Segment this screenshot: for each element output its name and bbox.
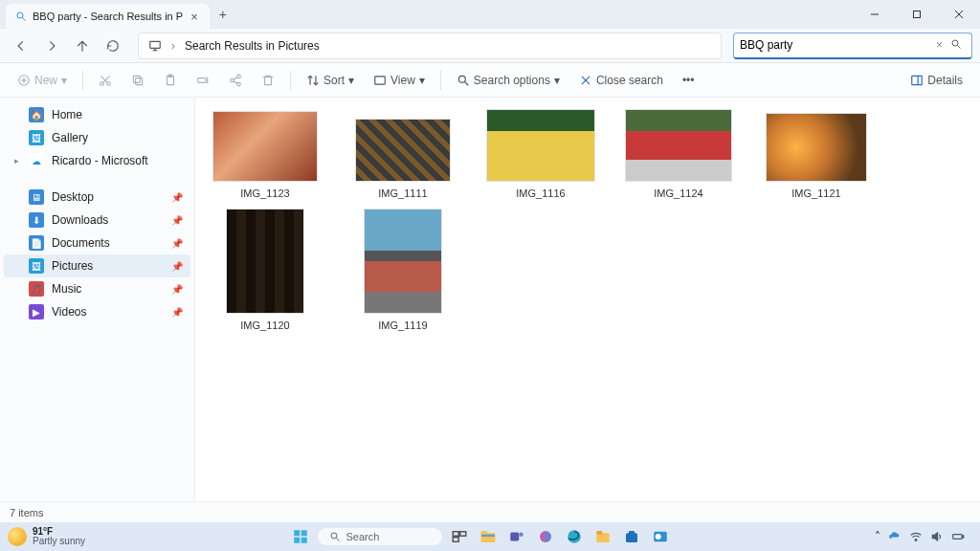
copy-button[interactable] bbox=[123, 70, 152, 91]
sidebar-item-home[interactable]: 🏠 Home bbox=[4, 103, 190, 126]
new-tab-button[interactable]: + bbox=[210, 0, 236, 29]
tab-close-icon[interactable]: × bbox=[189, 10, 200, 24]
svg-rect-40 bbox=[294, 530, 300, 536]
sidebar-item-desktop[interactable]: 🖥 Desktop📌 bbox=[4, 186, 190, 209]
chevron-down-icon: ▾ bbox=[554, 74, 560, 87]
new-button[interactable]: New ▾ bbox=[10, 70, 75, 91]
svg-rect-3 bbox=[914, 11, 921, 18]
svg-rect-38 bbox=[912, 76, 923, 84]
sidebar-item-videos[interactable]: ▶ Videos📌 bbox=[4, 300, 190, 323]
search-box[interactable]: × bbox=[733, 33, 972, 59]
svg-rect-50 bbox=[480, 531, 487, 535]
svg-rect-23 bbox=[198, 77, 206, 82]
view-button[interactable]: View▾ bbox=[366, 70, 433, 91]
thumbnail-caption: IMG_1123 bbox=[240, 187, 289, 199]
trash-icon bbox=[261, 74, 275, 87]
thumbnail-image bbox=[486, 109, 595, 182]
more-button[interactable]: ••• bbox=[675, 70, 702, 91]
maximize-button[interactable] bbox=[896, 0, 938, 29]
svg-rect-51 bbox=[481, 535, 495, 537]
breadcrumb-bar[interactable]: › Search Results in Pictures bbox=[138, 33, 722, 59]
document-icon: 📄 bbox=[29, 235, 44, 251]
result-thumbnail[interactable]: IMG_1119 bbox=[350, 209, 456, 331]
sidebar-item-documents[interactable]: 📄 Documents📌 bbox=[4, 231, 190, 254]
taskbar-app-edge[interactable] bbox=[563, 525, 586, 548]
close-icon bbox=[579, 74, 592, 87]
taskbar-app-teams[interactable] bbox=[505, 525, 528, 548]
thumbnail-caption: IMG_1111 bbox=[378, 187, 427, 199]
svg-point-27 bbox=[237, 82, 241, 86]
status-bar: 7 items bbox=[0, 501, 980, 522]
volume-icon[interactable] bbox=[930, 530, 944, 543]
taskbar-app-store[interactable] bbox=[620, 525, 643, 548]
taskbar-app-outlook[interactable] bbox=[649, 525, 672, 548]
result-thumbnail[interactable]: IMG_1121 bbox=[764, 113, 869, 199]
pin-icon: 📌 bbox=[171, 238, 183, 249]
close-search-button[interactable]: Close search bbox=[571, 70, 671, 91]
result-thumbnail[interactable]: IMG_1120 bbox=[212, 209, 318, 331]
item-count: 7 items bbox=[10, 507, 43, 518]
taskbar: 91°F Partly sunny Search ˄ bbox=[0, 522, 980, 551]
back-button[interactable] bbox=[8, 33, 34, 59]
window-tab[interactable]: BBQ party - Search Results in P × bbox=[6, 4, 210, 29]
sidebar-item-music[interactable]: 🎵 Music📌 bbox=[4, 277, 190, 300]
cut-button[interactable] bbox=[91, 70, 120, 91]
up-button[interactable] bbox=[69, 33, 96, 59]
pin-icon: 📌 bbox=[171, 192, 183, 203]
search-icon[interactable] bbox=[947, 38, 966, 53]
result-thumbnail[interactable]: IMG_1111 bbox=[350, 119, 456, 199]
system-tray[interactable]: ˄ bbox=[875, 530, 972, 543]
svg-line-29 bbox=[234, 80, 237, 82]
start-button[interactable] bbox=[289, 525, 312, 548]
gallery-icon: 🖼 bbox=[29, 130, 44, 145]
taskbar-weather[interactable]: 91°F Partly sunny bbox=[8, 527, 85, 546]
clear-search-icon[interactable]: × bbox=[932, 38, 947, 52]
sidebar-item-gallery[interactable]: 🖼 Gallery bbox=[4, 126, 190, 149]
taskbar-search[interactable]: Search bbox=[318, 528, 442, 545]
command-bar: New ▾ Sort▾ View▾ Search options▾ Close … bbox=[0, 63, 980, 98]
battery-icon[interactable] bbox=[951, 530, 965, 543]
sidebar-item-onedrive[interactable]: ▸ ☁ Ricardo - Microsoft bbox=[4, 149, 190, 172]
minimize-button[interactable] bbox=[854, 0, 896, 29]
chevron-up-icon[interactable]: ˄ bbox=[875, 530, 880, 543]
rename-button[interactable] bbox=[189, 70, 217, 91]
share-icon bbox=[229, 74, 242, 87]
result-thumbnail[interactable]: IMG_1116 bbox=[488, 109, 593, 199]
thumbnail-image bbox=[766, 113, 867, 182]
monitor-icon bbox=[148, 39, 162, 53]
delete-button[interactable] bbox=[254, 70, 282, 91]
svg-point-34 bbox=[458, 76, 465, 82]
svg-point-54 bbox=[540, 531, 551, 542]
download-icon: ⬇ bbox=[29, 212, 44, 228]
search-options-button[interactable]: Search options▾ bbox=[449, 70, 568, 91]
sort-button[interactable]: Sort▾ bbox=[299, 70, 362, 91]
taskbar-app-explorer[interactable] bbox=[477, 525, 500, 548]
share-button[interactable] bbox=[221, 70, 250, 91]
task-view-button[interactable] bbox=[448, 525, 471, 548]
taskbar-app-copilot[interactable] bbox=[534, 525, 557, 548]
pin-icon: 📌 bbox=[171, 215, 183, 226]
details-pane-button[interactable]: Details bbox=[902, 70, 970, 91]
chevron-right-icon[interactable]: ▸ bbox=[11, 156, 21, 165]
svg-line-1 bbox=[23, 18, 26, 21]
svg-line-45 bbox=[336, 539, 339, 541]
svg-point-53 bbox=[519, 533, 523, 538]
result-thumbnail[interactable]: IMG_1124 bbox=[626, 109, 731, 199]
sidebar-item-pictures[interactable]: 🖼 Pictures📌 bbox=[4, 254, 190, 277]
forward-button[interactable] bbox=[38, 33, 65, 59]
search-icon bbox=[329, 531, 341, 542]
chevron-down-icon: ▾ bbox=[61, 74, 67, 87]
paste-button[interactable] bbox=[156, 70, 185, 91]
search-options-icon bbox=[457, 74, 470, 87]
paste-icon bbox=[164, 74, 177, 87]
cut-icon bbox=[99, 74, 112, 87]
onedrive-tray-icon[interactable] bbox=[888, 530, 902, 543]
refresh-button[interactable] bbox=[100, 33, 126, 59]
search-input[interactable] bbox=[740, 38, 932, 52]
taskbar-app-files[interactable] bbox=[591, 525, 614, 548]
sidebar-item-downloads[interactable]: ⬇ Downloads📌 bbox=[4, 209, 190, 231]
network-icon[interactable] bbox=[909, 530, 923, 543]
close-button[interactable] bbox=[938, 0, 980, 29]
svg-rect-7 bbox=[150, 41, 161, 48]
result-thumbnail[interactable]: IMG_1123 bbox=[212, 111, 318, 199]
